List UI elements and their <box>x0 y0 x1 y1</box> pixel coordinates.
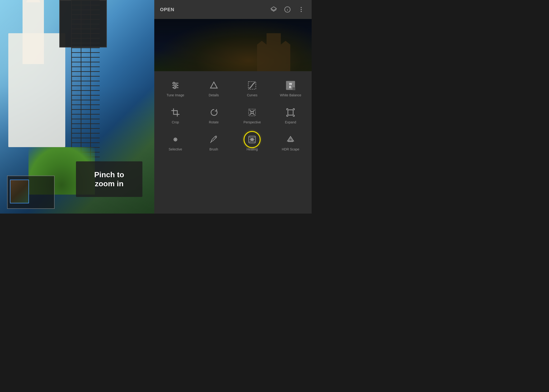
details-label: Details <box>209 93 219 97</box>
church-tower <box>22 0 44 64</box>
layers-icon-btn[interactable] <box>269 5 278 14</box>
thumbnail-content <box>10 180 28 203</box>
tools-section: Tune Image Details Cu <box>154 71 312 214</box>
tool-crop[interactable]: Crop <box>156 102 195 129</box>
crop-icon <box>170 107 181 118</box>
tool-curves[interactable]: Curves <box>233 75 272 102</box>
rotate-icon <box>208 107 219 118</box>
crop-label: Crop <box>172 120 179 124</box>
thumbnail-preview <box>7 175 55 209</box>
curves-icon <box>246 80 258 91</box>
tool-selective[interactable]: Selective <box>156 129 195 156</box>
svg-point-11 <box>175 84 177 86</box>
perspective-label: Perspective <box>244 120 261 124</box>
svg-marker-13 <box>210 82 217 88</box>
hdr-icon <box>285 134 296 145</box>
scaffold <box>71 0 100 166</box>
top-bar: OPEN <box>154 0 312 19</box>
more-options-icon <box>298 6 304 13</box>
svg-point-5 <box>301 9 302 10</box>
tool-healing[interactable]: Healing <box>233 129 272 156</box>
tool-hdr-scape[interactable]: HDR Scape <box>271 129 310 156</box>
svg-rect-18 <box>288 110 293 115</box>
info-icon-btn[interactable] <box>283 5 292 14</box>
brush-icon <box>208 134 219 145</box>
tools-grid: Tune Image Details Cu <box>156 75 310 156</box>
tool-white-balance[interactable]: WB White Balance <box>271 75 310 102</box>
preview-image-area <box>154 19 312 71</box>
thumbnail-viewport <box>10 180 29 203</box>
selective-label: Selective <box>169 147 182 151</box>
wb-icon-container: WB <box>285 80 296 91</box>
editor-panel: OPEN <box>154 0 312 214</box>
tool-rotate[interactable]: Rotate <box>195 102 233 129</box>
perspective-icon <box>246 107 258 118</box>
healing-icon <box>247 135 257 144</box>
more-options-icon-btn[interactable] <box>296 5 306 14</box>
selective-icon <box>170 134 181 145</box>
svg-point-6 <box>301 11 302 12</box>
hdr-scape-label: HDR Scape <box>282 147 299 151</box>
svg-point-10 <box>173 82 175 84</box>
svg-point-12 <box>174 87 176 89</box>
expand-label: Expand <box>285 120 296 124</box>
zoom-hint-overlay: Pinch to zoom in <box>76 161 142 197</box>
details-icon <box>208 80 219 91</box>
svg-rect-15 <box>174 111 177 114</box>
tool-perspective[interactable]: Perspective <box>233 102 272 129</box>
healing-icon-container <box>246 134 258 145</box>
brush-label: Brush <box>209 147 218 151</box>
wb-icon: WB <box>286 81 295 90</box>
white-balance-label: White Balance <box>280 93 301 97</box>
tune-image-label: Tune Image <box>167 93 184 97</box>
expand-icon <box>285 107 296 118</box>
zoom-hint-text: Pinch to zoom in <box>94 170 124 189</box>
rotate-label: Rotate <box>209 120 218 124</box>
layers-icon <box>270 6 277 13</box>
tool-tune-image[interactable]: Tune Image <box>156 75 195 102</box>
open-button[interactable]: OPEN <box>160 7 175 12</box>
tune-icon <box>170 80 181 91</box>
photo-panel: Pinch to zoom in <box>0 0 154 214</box>
top-bar-icons <box>269 5 306 14</box>
tool-details[interactable]: Details <box>195 75 233 102</box>
tool-brush[interactable]: Brush <box>195 129 233 156</box>
svg-point-4 <box>301 7 302 8</box>
info-icon <box>284 6 291 13</box>
svg-point-20 <box>175 139 176 140</box>
main-photo: Pinch to zoom in <box>0 0 154 214</box>
curves-label: Curves <box>247 93 257 97</box>
church-steeple <box>26 0 40 2</box>
tool-expand[interactable]: Expand <box>271 102 310 129</box>
